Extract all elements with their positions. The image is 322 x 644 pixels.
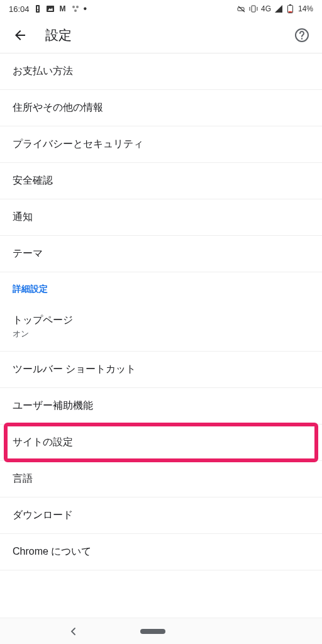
row-label: プライバシーとセキュリティ <box>13 138 309 151</box>
settings-row-language[interactable]: 言語 <box>0 461 322 497</box>
settings-row-notifications[interactable]: 通知 <box>0 199 322 236</box>
row-label: お支払い方法 <box>13 65 309 78</box>
row-label: 言語 <box>13 472 309 486</box>
row-label: 通知 <box>13 211 309 224</box>
row-label: サイトの設定 <box>13 436 309 449</box>
svg-point-18 <box>301 38 303 39</box>
back-button[interactable] <box>8 23 33 48</box>
nav-home-pill[interactable] <box>140 629 165 634</box>
svg-rect-10 <box>252 6 255 12</box>
alert-icon <box>33 4 42 13</box>
status-time: 16:04 <box>9 4 30 14</box>
row-label: ダウンロード <box>13 509 309 522</box>
status-bar: 16:04 M • 4G 14% <box>0 0 322 18</box>
svg-rect-2 <box>37 10 38 11</box>
settings-row-address[interactable]: 住所やその他の情報 <box>0 90 322 126</box>
settings-list: お支払い方法 住所やその他の情報 プライバシーとセキュリティ 安全確認 通知 テ… <box>0 53 322 570</box>
row-label: テーマ <box>13 247 309 260</box>
page-title: 設定 <box>45 26 289 44</box>
settings-row-homepage[interactable]: トップページ オン <box>0 303 322 352</box>
image-icon <box>46 4 55 13</box>
more-icon: • <box>84 4 87 14</box>
status-left: 16:04 M • <box>9 4 87 14</box>
svg-rect-16 <box>289 11 292 13</box>
row-label: 住所やその他の情報 <box>13 101 309 114</box>
settings-row-about-chrome[interactable]: Chrome について <box>0 534 322 570</box>
settings-row-privacy[interactable]: プライバシーとセキュリティ <box>0 126 322 163</box>
svg-point-6 <box>76 6 79 8</box>
system-nav-bar <box>0 618 322 644</box>
gmail-icon: M <box>58 4 67 13</box>
share-icon <box>71 4 80 13</box>
help-button[interactable] <box>289 23 314 48</box>
app-bar: 設定 <box>0 18 322 53</box>
settings-row-site-settings[interactable]: サイトの設定 <box>0 425 322 461</box>
row-label: ユーザー補助機能 <box>13 399 309 413</box>
section-header-advanced: 詳細設定 <box>0 272 322 303</box>
row-label: ツールバー ショートカット <box>13 363 309 376</box>
row-label: トップページ <box>13 314 309 327</box>
nav-back-button[interactable] <box>69 627 78 636</box>
svg-rect-1 <box>37 6 38 9</box>
settings-row-payment[interactable]: お支払い方法 <box>0 53 322 90</box>
row-label: 安全確認 <box>13 174 309 187</box>
battery-icon <box>286 4 295 13</box>
svg-point-7 <box>74 9 77 12</box>
network-label: 4G <box>261 4 271 13</box>
settings-row-safetycheck[interactable]: 安全確認 <box>0 163 322 199</box>
svg-point-5 <box>72 6 75 8</box>
settings-row-accessibility[interactable]: ユーザー補助機能 <box>0 388 322 425</box>
row-label: Chrome について <box>13 545 309 558</box>
battery-label: 14% <box>298 4 313 13</box>
svg-marker-13 <box>275 5 282 13</box>
vibrate-icon <box>249 4 258 13</box>
dnd-icon <box>237 4 246 13</box>
row-sublabel: オン <box>13 328 309 340</box>
settings-row-theme[interactable]: テーマ <box>0 236 322 272</box>
status-right: 4G 14% <box>237 4 313 13</box>
signal-icon <box>274 4 283 13</box>
settings-row-toolbar-shortcut[interactable]: ツールバー ショートカット <box>0 352 322 388</box>
settings-row-download[interactable]: ダウンロード <box>0 497 322 534</box>
